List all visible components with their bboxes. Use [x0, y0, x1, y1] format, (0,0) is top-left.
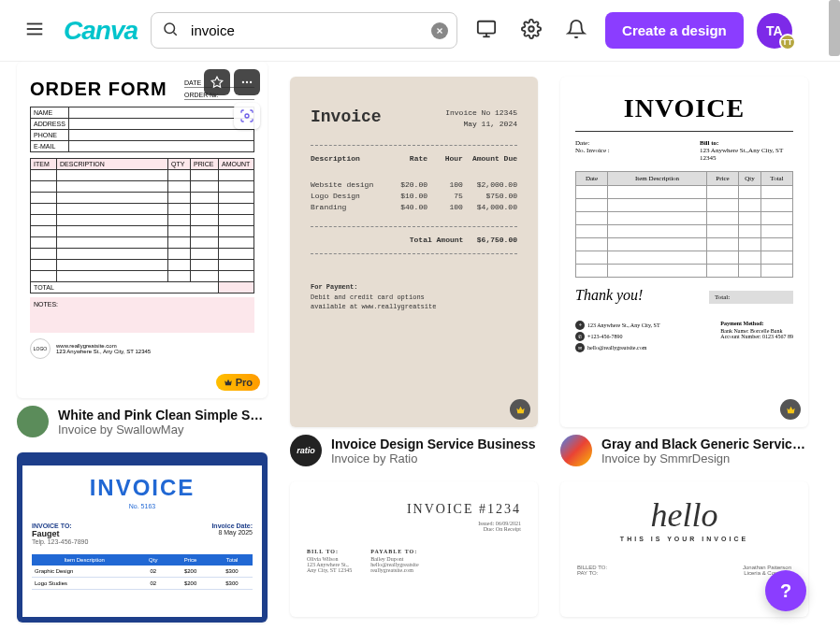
location-icon: ⌖ — [575, 321, 585, 330]
svg-point-13 — [246, 81, 248, 83]
avatar-initials: TA — [766, 23, 783, 38]
close-icon — [435, 26, 444, 36]
author-avatar[interactable]: ratio — [290, 435, 322, 466]
app-header: Canva Create a design TA TT — [0, 0, 840, 62]
star-icon — [210, 76, 224, 89]
template-title: ORDER FORM — [30, 79, 167, 100]
svg-point-12 — [242, 81, 244, 83]
template-card: Invoice Invoice No 12345 May 11, 2024 De… — [290, 77, 538, 466]
search-container — [151, 12, 457, 49]
template-card: INVOICE Date: No. Invoice : Bill to: 123… — [560, 77, 808, 466]
template-name[interactable]: Invoice Design Service Business — [331, 437, 536, 451]
notifications-button[interactable] — [560, 13, 592, 48]
template-title: INVOICE — [575, 93, 793, 132]
svg-point-3 — [165, 23, 175, 34]
lens-icon — [239, 108, 254, 123]
template-author[interactable]: Invoice by Ratio — [331, 451, 536, 465]
template-author[interactable]: Invoice by SmmrDesign — [601, 451, 808, 465]
template-card: INVOICE #1234 Issued: 06/09/2021 Due: On… — [290, 481, 538, 617]
favorite-button[interactable] — [204, 69, 230, 95]
clear-search-button[interactable] — [431, 22, 448, 39]
scrollbar-thumb[interactable] — [829, 0, 840, 56]
template-thumbnail[interactable]: INVOICE No. 5163 INVOICE TO: Fauget Telp… — [17, 452, 268, 623]
team-badge: TT — [779, 34, 796, 50]
more-options-button[interactable] — [234, 69, 260, 95]
help-button[interactable]: ? — [765, 570, 806, 611]
template-name[interactable]: Gray and Black Generic Service … — [601, 437, 808, 451]
email-icon: ✉ — [575, 343, 585, 352]
crown-icon — [786, 405, 796, 415]
author-avatar[interactable] — [560, 435, 592, 466]
bell-icon — [566, 19, 587, 39]
settings-button[interactable] — [515, 13, 547, 48]
template-thumbnail[interactable]: INVOICE Date: No. Invoice : Bill to: 123… — [560, 77, 808, 427]
template-author[interactable]: Invoice by SwallowMay — [58, 422, 263, 437]
author-avatar[interactable] — [17, 406, 49, 437]
template-title: hello — [577, 500, 791, 530]
phone-icon: ✆ — [575, 332, 585, 341]
crown-icon — [224, 378, 233, 387]
logo-placeholder: LOGO — [30, 338, 51, 359]
svg-point-15 — [245, 114, 249, 118]
account-avatar[interactable]: TA TT — [757, 13, 792, 49]
create-design-button[interactable]: Create a design — [605, 12, 744, 49]
template-title: INVOICE — [32, 475, 253, 501]
hamburger-icon — [24, 19, 45, 39]
logo-link[interactable]: Canva — [64, 16, 138, 46]
svg-point-10 — [529, 26, 534, 32]
dots-icon — [240, 76, 253, 89]
premium-badge — [510, 399, 530, 420]
crown-icon — [515, 405, 526, 415]
monitor-icon — [476, 19, 497, 39]
template-name[interactable]: White and Pink Clean Simple S… — [58, 408, 263, 422]
premium-badge — [780, 399, 801, 420]
gear-icon — [521, 19, 542, 39]
template-card: ORDER FORM DATE ORDER №: NAME ADDRESS PH… — [17, 62, 268, 437]
desktop-app-button[interactable] — [471, 13, 502, 48]
pro-badge: Pro — [216, 374, 260, 391]
search-input[interactable] — [151, 12, 457, 49]
templates-grid: ORDER FORM DATE ORDER №: NAME ADDRESS PH… — [0, 62, 840, 630]
template-title: Invoice — [311, 105, 382, 130]
template-card: INVOICE No. 5163 INVOICE TO: Fauget Telp… — [17, 452, 268, 623]
visual-search-button[interactable] — [234, 103, 260, 129]
svg-point-14 — [250, 81, 252, 83]
template-title: INVOICE #1234 — [307, 502, 521, 517]
svg-line-4 — [174, 32, 177, 35]
search-icon — [162, 21, 179, 41]
svg-marker-11 — [211, 77, 223, 87]
hamburger-menu-button[interactable] — [19, 13, 51, 48]
template-thumbnail[interactable]: Invoice Invoice No 12345 May 11, 2024 De… — [290, 77, 538, 427]
template-thumbnail[interactable]: ORDER FORM DATE ORDER №: NAME ADDRESS PH… — [17, 62, 268, 398]
svg-rect-7 — [478, 21, 495, 34]
canva-logo: Canva — [64, 16, 138, 46]
template-thumbnail[interactable]: INVOICE #1234 Issued: 06/09/2021 Due: On… — [290, 481, 538, 617]
